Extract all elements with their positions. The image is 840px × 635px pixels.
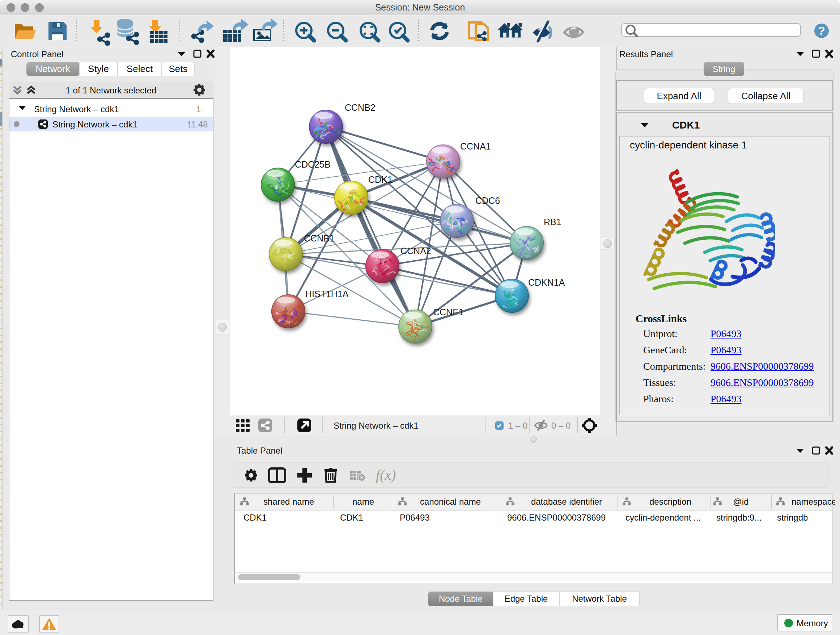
svg-text:CDC6: CDC6 bbox=[475, 195, 500, 206]
svg-text:CCNB2: CCNB2 bbox=[345, 103, 376, 112]
svg-text:CCNA1: CCNA1 bbox=[460, 141, 491, 151]
svg-text:1 of 1 Network selected: 1 of 1 Network selected bbox=[66, 86, 156, 95]
svg-text:CDC25B: CDC25B bbox=[295, 159, 331, 169]
svg-text:48: 48 bbox=[198, 119, 208, 129]
svg-text:String Network – cdk1: String Network – cdk1 bbox=[34, 104, 119, 114]
svg-text:Memory: Memory bbox=[797, 618, 828, 628]
svg-text:CCNB1: CCNB1 bbox=[304, 233, 335, 243]
svg-text:f(x): f(x) bbox=[376, 467, 396, 483]
svg-text:CDK1: CDK1 bbox=[368, 174, 393, 185]
svg-text:?: ? bbox=[818, 24, 825, 37]
svg-text:String Network – cdk1: String Network – cdk1 bbox=[333, 421, 418, 431]
svg-text:CDK1: CDK1 bbox=[672, 119, 699, 131]
svg-text:name: name bbox=[352, 497, 374, 507]
svg-text:String Network – cdk1: String Network – cdk1 bbox=[52, 119, 137, 129]
svg-text:database identifier: database identifier bbox=[531, 497, 602, 507]
svg-text:canonical name: canonical name bbox=[420, 497, 481, 507]
svg-text:description: description bbox=[649, 497, 691, 507]
svg-text:@id: @id bbox=[733, 497, 748, 507]
svg-text:0 – 0: 0 – 0 bbox=[551, 421, 570, 431]
svg-text:1 – 0: 1 – 0 bbox=[508, 421, 527, 431]
svg-text:11: 11 bbox=[187, 119, 196, 129]
svg-text:1: 1 bbox=[196, 104, 201, 114]
svg-text:shared name: shared name bbox=[264, 497, 314, 507]
svg-text:CDKN1A: CDKN1A bbox=[528, 277, 565, 287]
svg-text:CCNA2: CCNA2 bbox=[401, 246, 431, 256]
svg-text:CCNE1: CCNE1 bbox=[433, 307, 464, 317]
svg-text:namespace: namespace bbox=[791, 497, 835, 507]
svg-text:HIST1H1A: HIST1H1A bbox=[305, 289, 349, 299]
svg-text:RB1: RB1 bbox=[544, 217, 561, 227]
